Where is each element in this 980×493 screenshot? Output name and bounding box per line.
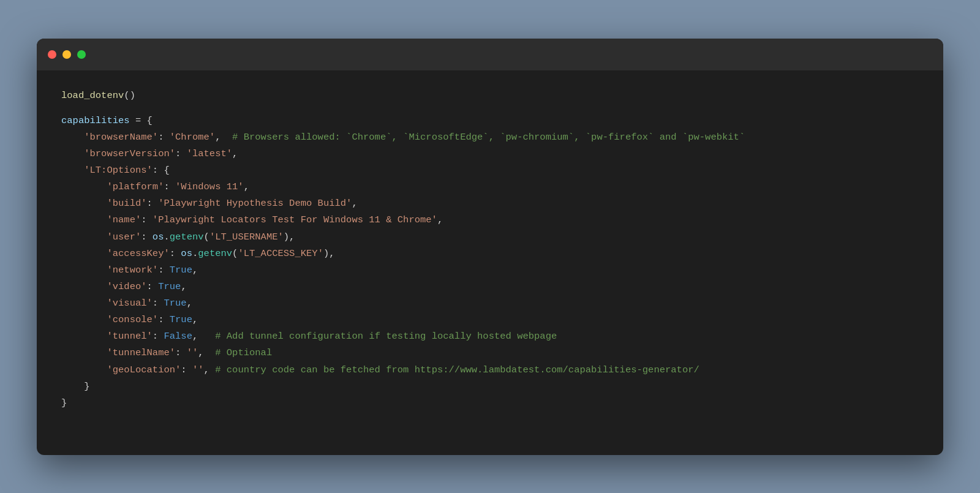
code-line-ltoptions: 'LT:Options': { bbox=[61, 162, 919, 179]
code-line-visual: 'visual': True, bbox=[61, 295, 919, 312]
func-name: load_dotenv bbox=[61, 88, 124, 104]
code-line-browsername: 'browserName': 'Chrome', # Browsers allo… bbox=[61, 129, 919, 146]
close-button[interactable] bbox=[48, 50, 56, 59]
code-line-tunnel: 'tunnel': False, # Add tunnel configurat… bbox=[61, 328, 919, 345]
code-line-close-capabilities: } bbox=[61, 395, 919, 412]
minimize-button[interactable] bbox=[62, 50, 71, 59]
code-line-name: 'name': 'Playwright Locators Test For Wi… bbox=[61, 212, 919, 228]
code-line-video: 'video': True, bbox=[61, 279, 919, 295]
code-line-geolocation: 'geoLocation': '', # country code can be… bbox=[61, 362, 919, 378]
code-line-browserversion: 'browserVersion': 'latest', bbox=[61, 146, 919, 162]
code-line-tunnelname: 'tunnelName': '', # Optional bbox=[61, 345, 919, 361]
code-line-capabilities: capabilities = { bbox=[61, 113, 919, 129]
code-line-1: load_dotenv() bbox=[61, 88, 919, 104]
code-window: load_dotenv() capabilities = { 'browserN… bbox=[37, 39, 943, 455]
code-line-network: 'network': True, bbox=[61, 262, 919, 279]
code-line-close-ltoptions: } bbox=[61, 378, 919, 395]
title-bar bbox=[37, 39, 943, 70]
code-line-build: 'build': 'Playwright Hypothesis Demo Bui… bbox=[61, 195, 919, 212]
maximize-button[interactable] bbox=[77, 50, 86, 59]
code-editor: load_dotenv() capabilities = { 'browserN… bbox=[37, 70, 943, 455]
code-line-platform: 'platform': 'Windows 11', bbox=[61, 179, 919, 195]
code-line-console: 'console': True, bbox=[61, 312, 919, 328]
code-line-user: 'user': os.getenv('LT_USERNAME'), bbox=[61, 229, 919, 246]
code-line-accesskey: 'accessKey': os.getenv('LT_ACCESS_KEY'), bbox=[61, 246, 919, 262]
